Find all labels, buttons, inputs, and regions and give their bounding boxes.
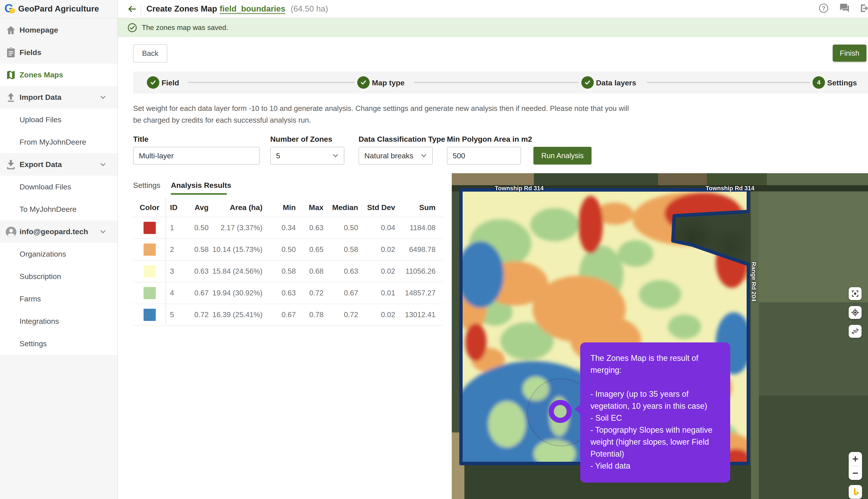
- table-body: 10.502.17 (3.37%)0.340.630.500.041184.08…: [133, 217, 443, 326]
- fields-icon: [5, 47, 16, 58]
- step-circle-map-type[interactable]: [357, 76, 370, 89]
- step-circle-field[interactable]: [147, 76, 159, 89]
- back-arrow-icon[interactable]: [127, 4, 137, 14]
- table-row-zone-1[interactable]: 10.502.17 (3.37%)0.340.630.500.041184.08: [133, 217, 443, 239]
- sidebar-item-farms[interactable]: Farms: [0, 288, 117, 310]
- sidebar-item-export-data[interactable]: Export Data: [0, 153, 117, 176]
- table-column-divider: [166, 198, 166, 324]
- map-canvas[interactable]: Township Rd 314 Township Rd 314 Range Rd…: [452, 173, 868, 499]
- step-connector: [414, 82, 579, 83]
- sidebar-item-download-files[interactable]: Download Files: [0, 176, 117, 198]
- table-header-avg: Avg: [195, 203, 208, 212]
- chevron-down-icon: [98, 227, 108, 236]
- field-boundaries-link[interactable]: field_boundaries: [220, 4, 285, 13]
- zoom-out-button[interactable]: −: [849, 466, 862, 480]
- back-button[interactable]: Back: [133, 44, 167, 62]
- bing-logo-button[interactable]: [849, 485, 862, 499]
- table-row-zone-4[interactable]: 40.6719.94 (30.92%)0.630.720.670.0114857…: [133, 282, 443, 304]
- zone-color-swatch: [144, 309, 156, 321]
- finish-button[interactable]: Finish: [833, 45, 866, 62]
- check-circle-icon: [127, 23, 137, 33]
- step-circle-settings[interactable]: 4: [812, 76, 825, 89]
- number-of-zones-label: Number of Zones: [270, 135, 333, 144]
- cell-area: 15.84 (24.56%): [212, 267, 263, 276]
- zone-color-swatch: [144, 265, 156, 278]
- step-label-settings: Settings: [827, 78, 857, 87]
- cell-sum: 13012.41: [405, 311, 443, 319]
- satellite-field-patch: [759, 395, 868, 499]
- table-header-median: Median: [332, 203, 358, 212]
- sidebar-item-subscription[interactable]: Subscription: [0, 265, 117, 288]
- cell-std_dev: 0.02: [381, 245, 395, 254]
- sidebar-item-import-data[interactable]: Import Data: [0, 86, 117, 108]
- feedback-chat-icon[interactable]: [839, 3, 850, 13]
- tab-analysis-results[interactable]: Analysis Results: [171, 178, 231, 193]
- center-focus-icon: [851, 289, 860, 298]
- chevron-down-icon: [98, 93, 108, 102]
- table-row-zone-3[interactable]: 30.6315.84 (24.56%)0.580.680.630.0211056…: [133, 260, 443, 282]
- cell-area: 16.39 (25.41%): [212, 311, 263, 319]
- cell-min: 0.63: [281, 289, 296, 297]
- brand-name: GeoPard Agriculture: [18, 4, 99, 13]
- cell-sum: 1184.08: [410, 223, 443, 232]
- cell-max: 0.78: [309, 311, 324, 319]
- sidebar-item-upload-files[interactable]: Upload Files: [0, 108, 117, 131]
- toggle-3d-button[interactable]: 3D: [849, 325, 861, 338]
- cell-std_dev: 0.02: [381, 267, 395, 276]
- sidebar-item-info-geopard-tech[interactable]: info@geopard.tech: [0, 220, 117, 243]
- cell-id: 4: [166, 289, 174, 297]
- sidebar: G GeoPard Agriculture HomepageFieldsZone…: [0, 0, 118, 499]
- table-header-area-ha: Area (ha): [230, 203, 263, 212]
- map-marker[interactable]: [549, 400, 572, 423]
- cell-area: 10.14 (15.73%): [212, 245, 263, 254]
- run-analysis-button[interactable]: Run Analysis: [533, 147, 592, 165]
- sidebar-item-integrations[interactable]: Integrations: [0, 310, 117, 332]
- cell-min: 0.34: [281, 223, 296, 232]
- cell-std_dev: 0.01: [381, 289, 395, 297]
- center-field-button[interactable]: [849, 287, 861, 300]
- logout-icon[interactable]: [859, 3, 868, 13]
- cell-id: 3: [166, 267, 174, 276]
- locate-button[interactable]: [849, 306, 861, 319]
- step-circle-data-layers[interactable]: [581, 76, 594, 89]
- table-header-id: ID: [166, 203, 178, 212]
- min-polygon-area-input[interactable]: 500: [447, 147, 521, 165]
- classification-label: Data Classification Type: [359, 135, 445, 144]
- satellite-field-patch: [707, 173, 767, 185]
- title-label: Title: [133, 135, 148, 144]
- stepper: FieldMap typeData layers4Settings: [133, 71, 868, 94]
- cell-sum: 6498.78: [409, 245, 443, 254]
- sidebar-item-from-myjohndeere[interactable]: From MyJohnDeere: [0, 131, 117, 153]
- table-row-zone-2[interactable]: 20.5810.14 (15.73%)0.500.650.580.026498.…: [133, 239, 443, 260]
- account-icon: [5, 226, 16, 237]
- cell-max: 0.63: [309, 223, 324, 232]
- table-row-zone-5[interactable]: 50.7216.39 (25.41%)0.670.780.720.0213012…: [133, 304, 443, 326]
- chevron-down-icon: [331, 151, 340, 160]
- sidebar-item-fields[interactable]: Fields: [0, 41, 117, 64]
- bing-logo-icon: [851, 487, 860, 497]
- cell-id: 1: [166, 223, 174, 232]
- number-of-zones-select[interactable]: 5: [270, 147, 345, 165]
- zoom-in-button[interactable]: +: [849, 452, 862, 466]
- settings-description: Set weight for each data layer form -10 …: [133, 102, 679, 126]
- road-label-range: Range Rd 204: [750, 262, 757, 302]
- sidebar-item-to-myjohndeere[interactable]: To MyJohnDeere: [0, 198, 117, 220]
- cell-id: 2: [166, 245, 174, 254]
- sidebar-item-settings[interactable]: Settings: [0, 332, 117, 355]
- title-input[interactable]: Multi-layer: [133, 147, 260, 165]
- svg-text:3D: 3D: [853, 330, 857, 333]
- table-header-std-dev: Std Dev: [367, 203, 395, 212]
- table-header-sum: Sum: [419, 203, 443, 212]
- tab-settings[interactable]: Settings: [133, 178, 160, 193]
- sidebar-item-organizations[interactable]: Organizations: [0, 243, 117, 265]
- table-header-max: Max: [309, 203, 324, 212]
- chevron-down-icon: [419, 151, 428, 160]
- help-icon[interactable]: ?: [818, 3, 829, 13]
- 3d-rotate-icon: 3D: [850, 327, 860, 336]
- classification-select[interactable]: Natural breaks: [359, 147, 433, 165]
- table-header-row: ColorIDAvgArea (ha)MinMaxMedianStd DevSu…: [133, 198, 443, 217]
- brand-logo[interactable]: G GeoPard Agriculture: [0, 0, 117, 18]
- success-banner: The zones map was saved.: [118, 18, 868, 37]
- sidebar-item-zones-maps[interactable]: Zones Maps: [0, 64, 117, 86]
- sidebar-item-homepage[interactable]: Homepage: [0, 19, 117, 41]
